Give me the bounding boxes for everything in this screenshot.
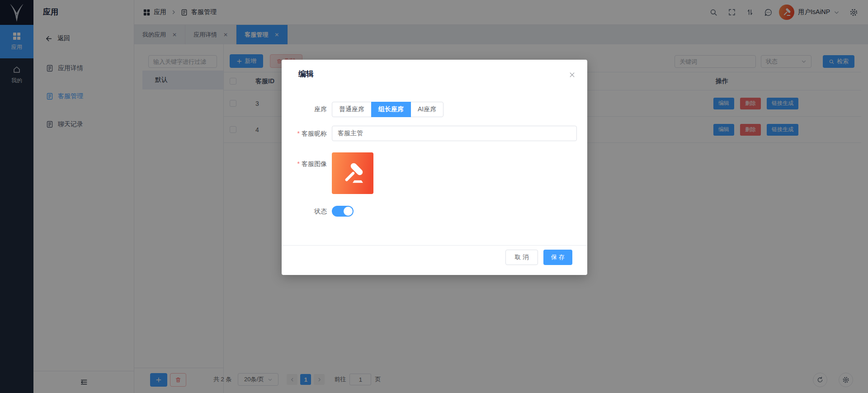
seat-option-leader[interactable]: 组长座席 [371, 102, 411, 117]
nickname-input[interactable] [332, 126, 577, 141]
required-asterisk: * [297, 160, 300, 167]
service-image-preview[interactable] [332, 152, 373, 194]
seat-segmented-control: 普通座席 组长座席 AI座席 [332, 102, 443, 117]
nickname-label: *客服昵称 [282, 130, 327, 138]
modal-footer-divider [282, 245, 587, 246]
required-asterisk: * [297, 130, 300, 137]
modal-title: 编辑 [298, 69, 314, 79]
close-icon[interactable] [569, 71, 576, 78]
gavel-icon [340, 160, 366, 186]
status-toggle[interactable] [332, 206, 354, 217]
edit-modal: 编辑 座席 普通座席 组长座席 AI座席 *客服昵称 *客服图像 状态 取 消 … [282, 60, 587, 275]
cancel-button[interactable]: 取 消 [505, 250, 538, 265]
save-button[interactable]: 保 存 [543, 250, 572, 265]
seat-option-normal[interactable]: 普通座席 [332, 102, 372, 117]
image-label: *客服图像 [282, 160, 327, 168]
status-label: 状态 [282, 208, 327, 216]
seat-label: 座席 [282, 105, 327, 114]
seat-option-ai[interactable]: AI座席 [410, 102, 443, 117]
toggle-knob [344, 207, 353, 216]
